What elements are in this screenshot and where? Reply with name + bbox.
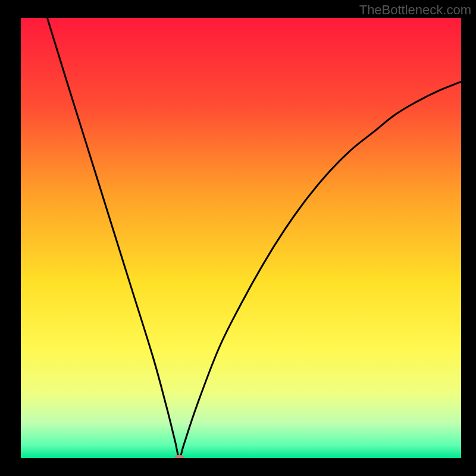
watermark-text: TheBottleneck.com <box>359 2 471 18</box>
bottleneck-chart <box>21 18 461 458</box>
chart-background <box>21 18 461 458</box>
